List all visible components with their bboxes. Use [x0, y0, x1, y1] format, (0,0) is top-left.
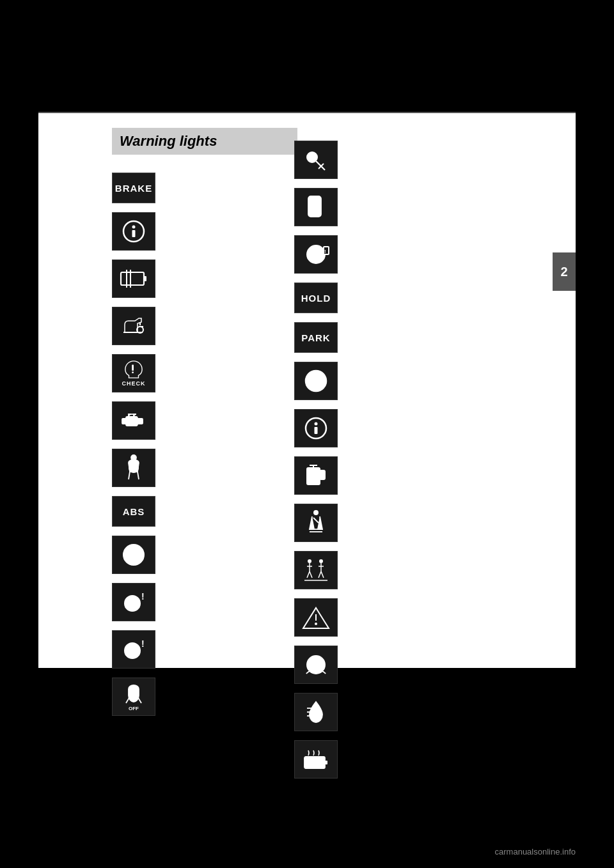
oil-icon — [112, 307, 155, 345]
tpms2-icon: ! — [112, 630, 155, 669]
svg-point-68 — [319, 559, 323, 563]
airbag-icon — [112, 449, 155, 487]
general-warning-icon — [294, 598, 338, 637]
svg-text:OFF: OFF — [129, 706, 139, 711]
svg-text:ABS: ABS — [126, 552, 141, 559]
svg-point-1 — [132, 226, 136, 229]
water-temp-icon — [294, 693, 338, 731]
master-warning2-icon — [294, 409, 338, 447]
check-engine-check-icon: CHECK — [112, 354, 155, 392]
right-icon-column: ! HOLD PARK P — [294, 141, 338, 787]
abs-circle-icon: ABS — [112, 536, 155, 574]
park-circle-icon: P — [294, 362, 338, 400]
svg-rect-13 — [122, 419, 126, 424]
svg-point-63 — [308, 559, 311, 563]
key-icon — [294, 141, 338, 179]
svg-text:!: ! — [141, 591, 145, 601]
svg-rect-83 — [325, 761, 327, 764]
svg-line-38 — [319, 166, 321, 169]
svg-point-76 — [315, 623, 317, 625]
svg-rect-11 — [126, 417, 138, 426]
tpms1-icon: ! — [112, 583, 155, 621]
svg-line-72 — [321, 571, 324, 578]
battery-icon — [112, 260, 155, 298]
traction-off-icon: OFF — [112, 678, 155, 716]
svg-rect-2 — [132, 230, 136, 237]
svg-point-21 — [130, 601, 135, 606]
battery-heat-icon — [294, 740, 338, 779]
svg-rect-12 — [138, 419, 143, 424]
abs-text-icon: ABS — [112, 496, 155, 527]
hold-icon: HOLD — [294, 283, 338, 313]
svg-point-61 — [313, 510, 319, 515]
svg-text:!: ! — [315, 661, 317, 670]
svg-line-33 — [138, 697, 141, 703]
watermark-text: carmanualsonline.info — [495, 847, 576, 856]
svg-line-67 — [310, 571, 312, 578]
check-label: CHECK — [122, 380, 145, 387]
section-title: Warning lights — [120, 133, 217, 150]
top-divider — [38, 112, 576, 113]
svg-point-54 — [315, 422, 318, 426]
tpms-low-icon: ! — [294, 646, 338, 684]
master-warning-icon — [112, 212, 155, 251]
svg-point-40 — [312, 209, 317, 214]
svg-rect-82 — [304, 757, 325, 768]
svg-point-10 — [132, 371, 134, 373]
watermark: carmanualsonline.info — [495, 847, 576, 856]
park-text-icon: PARK — [294, 322, 338, 353]
hold-label: HOLD — [301, 293, 331, 304]
svg-line-37 — [321, 164, 324, 166]
steering-icon: ! — [294, 235, 338, 274]
left-icon-column: BRAKE — [112, 173, 155, 725]
svg-line-32 — [126, 697, 130, 703]
seatbelt-icon — [294, 504, 338, 542]
svg-point-27 — [130, 648, 135, 653]
brake-icon: BRAKE — [112, 173, 155, 203]
brake-label: BRAKE — [115, 183, 152, 194]
svg-rect-3 — [121, 272, 144, 285]
svg-rect-9 — [132, 365, 134, 371]
section-number: 2 — [560, 265, 567, 279]
abs-label: ABS — [123, 506, 145, 517]
svg-rect-56 — [307, 468, 320, 484]
svg-point-36 — [310, 155, 314, 159]
engine-icon — [112, 401, 155, 440]
svg-text:!: ! — [324, 249, 326, 254]
svg-text:!: ! — [141, 639, 145, 649]
svg-line-16 — [138, 472, 139, 479]
park-label: PARK — [301, 332, 330, 343]
svg-line-66 — [307, 571, 310, 578]
section-title-box: Warning lights — [112, 128, 297, 155]
svg-line-71 — [319, 571, 321, 578]
fuel-icon — [294, 456, 338, 495]
svg-line-15 — [129, 472, 130, 479]
svg-rect-4 — [144, 276, 146, 281]
svg-point-45 — [313, 252, 319, 257]
page: Warning lights 2 BRAKE — [0, 0, 614, 868]
smart-key-icon — [294, 188, 338, 226]
svg-text:P: P — [311, 373, 320, 387]
door-open-icon — [294, 551, 338, 589]
section-number-badge: 2 — [553, 252, 576, 291]
svg-rect-55 — [315, 427, 318, 434]
